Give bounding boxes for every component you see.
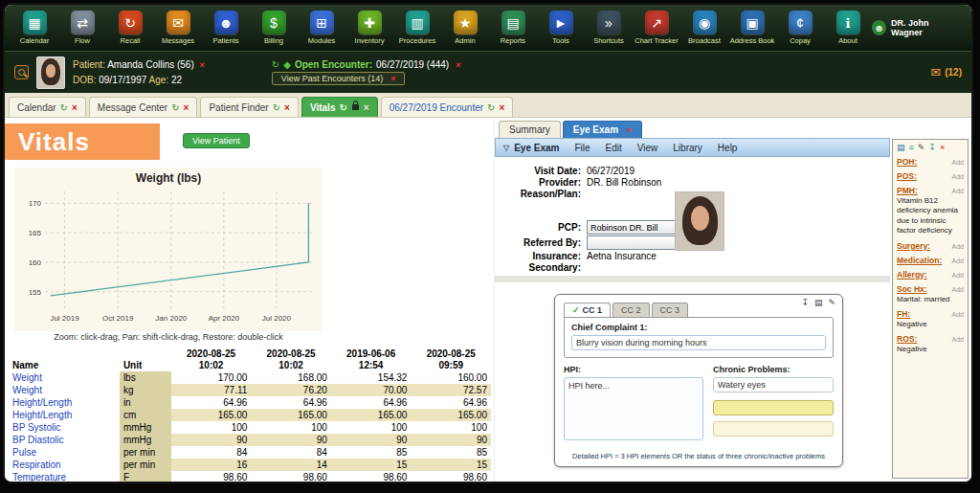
sidebar-add-link[interactable]: Add bbox=[952, 159, 964, 166]
sidebar-add-link[interactable]: Add bbox=[952, 173, 964, 180]
menu-edit[interactable]: Edit bbox=[606, 143, 622, 153]
close-icon[interactable]: × bbox=[184, 102, 189, 113]
view-past-encounters-button[interactable]: View Past Encounters (14) × bbox=[272, 72, 406, 85]
notes-icon[interactable]: ▤ bbox=[897, 143, 905, 152]
toolbar-item-modules[interactable]: ⊞Modules bbox=[298, 11, 345, 45]
toolbar-item-recall[interactable]: ↻Recall bbox=[106, 11, 154, 45]
vital-name-link[interactable]: BP Diastolic bbox=[9, 434, 120, 446]
vital-name-link[interactable]: Height/Length bbox=[9, 409, 120, 421]
tab-message-center[interactable]: Message Center↻× bbox=[89, 97, 198, 117]
sidebar-add-link[interactable]: Add bbox=[952, 243, 964, 250]
close-icon[interactable]: × bbox=[364, 102, 369, 113]
view-patient-button[interactable]: View Patient bbox=[183, 133, 250, 148]
toolbar-item-shortcuts[interactable]: »Shortcuts bbox=[585, 11, 633, 45]
toolbar-item-calendar[interactable]: ▦Calendar bbox=[11, 11, 58, 45]
sidebar-add-link[interactable]: Add bbox=[952, 336, 964, 343]
edit-icon[interactable]: ✎ bbox=[918, 143, 925, 152]
tab-summary[interactable]: Summary bbox=[499, 121, 561, 138]
weight-chart-panel[interactable]: Weight (lbs) Jul 2019Oct 2019Jan 2020Apr… bbox=[14, 168, 323, 331]
patient-thumbnail-photo[interactable] bbox=[36, 56, 65, 89]
cc-tab-2[interactable]: CC 2 bbox=[612, 303, 650, 317]
sidebar-section-ros: ROS:AddNegative bbox=[897, 334, 964, 354]
sidebar-section-label[interactable]: POS: bbox=[897, 171, 917, 181]
vital-name-link[interactable]: Temperature bbox=[9, 471, 120, 482]
vital-name-link[interactable]: Pulse bbox=[9, 446, 120, 459]
toolbar-item-chart-tracker[interactable]: ↗Chart Tracker bbox=[633, 11, 680, 45]
vital-name-link[interactable]: BP Systolic bbox=[9, 421, 120, 434]
toolbar-item-reports[interactable]: ▤Reports bbox=[489, 11, 537, 45]
edit-icon[interactable]: ✎ bbox=[828, 298, 835, 307]
menu-view[interactable]: View bbox=[637, 143, 658, 153]
sidebar-add-link[interactable]: Add bbox=[952, 258, 964, 264]
sidebar-section-label[interactable]: Soc Hx: bbox=[897, 284, 927, 294]
vital-name-link[interactable]: Height/Length bbox=[9, 396, 120, 409]
toolbar-item-inventory[interactable]: ✚Inventory bbox=[345, 11, 393, 45]
dob-value: 09/17/1997 bbox=[99, 75, 146, 85]
close-icon[interactable]: × bbox=[72, 102, 78, 113]
close-encounter-icon[interactable]: × bbox=[456, 60, 460, 70]
tab-eye-exam[interactable]: Eye Exam × bbox=[563, 121, 643, 138]
hpi-textarea[interactable]: HPI here... bbox=[564, 377, 703, 440]
sidebar-section-label[interactable]: PMH: bbox=[897, 186, 918, 195]
cc-tab-3[interactable]: CC 3 bbox=[652, 303, 689, 317]
vital-name-link[interactable]: Weight bbox=[9, 384, 120, 396]
vital-name-link[interactable]: Respiration bbox=[9, 459, 120, 471]
sidebar-add-link[interactable]: Add bbox=[952, 311, 964, 318]
toolbar-item-messages[interactable]: ✉Messages bbox=[154, 11, 202, 45]
download-icon[interactable]: ↧ bbox=[928, 143, 936, 152]
filter-icon[interactable]: ▽ bbox=[503, 144, 509, 152]
refresh-icon[interactable]: ↻ bbox=[272, 59, 279, 70]
tab-calendar[interactable]: Calendar↻× bbox=[9, 97, 86, 117]
sidebar-section-label[interactable]: Surgery: bbox=[897, 241, 930, 251]
mail-indicator[interactable]: ✉ (12) bbox=[930, 65, 962, 79]
refresh-icon[interactable]: ↻ bbox=[339, 102, 346, 113]
user-area[interactable]: ☻ DR. John Wagner bbox=[872, 18, 966, 37]
close-icon[interactable]: × bbox=[390, 74, 395, 83]
chronic-problem-input[interactable] bbox=[713, 400, 834, 415]
search-icon[interactable] bbox=[14, 65, 29, 79]
close-icon[interactable]: × bbox=[940, 143, 945, 152]
sidebar-section-label[interactable]: Allergy: bbox=[897, 270, 927, 280]
toolbar-item-broadcast[interactable]: ◉Broadcast bbox=[680, 11, 728, 45]
toolbar-item-admin[interactable]: ★Admin bbox=[441, 11, 489, 45]
toolbar-item-about[interactable]: ℹAbout bbox=[824, 11, 872, 45]
sidebar-add-link[interactable]: Add bbox=[952, 286, 964, 293]
sidebar-section-label[interactable]: Medication: bbox=[897, 256, 942, 265]
weight-chart[interactable]: Jul 2019Oct 2019Jan 2020Apr 2020Jul 2020… bbox=[16, 186, 324, 325]
menu-help[interactable]: Help bbox=[718, 143, 738, 153]
sidebar-section-label[interactable]: FH: bbox=[897, 309, 910, 319]
tab-patient-finder[interactable]: Patient Finder↻× bbox=[200, 97, 299, 117]
list-icon[interactable]: ≡ bbox=[909, 143, 914, 152]
toolbar-item-tools[interactable]: ►Tools bbox=[537, 11, 585, 45]
toolbar-item-address-book[interactable]: ▣Address Book bbox=[728, 11, 776, 45]
close-icon[interactable]: × bbox=[284, 102, 290, 113]
close-icon[interactable]: × bbox=[627, 125, 632, 135]
chronic-problem-input[interactable] bbox=[713, 377, 834, 392]
chief-complaint-input[interactable] bbox=[571, 335, 826, 350]
refresh-icon[interactable]: ↻ bbox=[487, 102, 495, 113]
print-icon[interactable]: ▤ bbox=[814, 298, 823, 307]
toolbar-item-procedures[interactable]: ▥Procedures bbox=[393, 11, 441, 45]
close-patient-icon[interactable]: × bbox=[200, 60, 205, 70]
vital-name-link[interactable]: Weight bbox=[9, 371, 120, 384]
tab-vitals[interactable]: Vitals↻× bbox=[301, 97, 378, 117]
download-icon[interactable]: ↧ bbox=[801, 298, 809, 307]
refresh-icon[interactable]: ↻ bbox=[60, 102, 68, 113]
toolbar-item-copay[interactable]: ¢Copay bbox=[776, 11, 824, 45]
sidebar-add-link[interactable]: Add bbox=[952, 188, 964, 194]
vital-unit: in bbox=[120, 396, 171, 409]
menu-library[interactable]: Library bbox=[673, 143, 702, 153]
sidebar-section-label[interactable]: ROS: bbox=[897, 334, 917, 344]
sidebar-add-link[interactable]: Add bbox=[952, 272, 964, 279]
toolbar-item-patients[interactable]: ☻Patients bbox=[202, 11, 250, 45]
toolbar-item-flow[interactable]: ⇄Flow bbox=[58, 11, 106, 45]
refresh-icon[interactable]: ↻ bbox=[171, 102, 179, 113]
cc-tab-1[interactable]: ✓CC 1 bbox=[564, 303, 611, 317]
refresh-icon[interactable]: ↻ bbox=[273, 102, 280, 113]
toolbar-item-billing[interactable]: $Billing bbox=[250, 11, 298, 45]
chronic-problem-input[interactable] bbox=[713, 421, 834, 437]
tab-06-27-2019-encounter[interactable]: 06/27/2019 Encounter↻× bbox=[381, 97, 514, 117]
close-icon[interactable]: × bbox=[499, 102, 504, 113]
menu-file[interactable]: File bbox=[574, 143, 590, 153]
sidebar-section-label[interactable]: POH: bbox=[897, 157, 917, 167]
